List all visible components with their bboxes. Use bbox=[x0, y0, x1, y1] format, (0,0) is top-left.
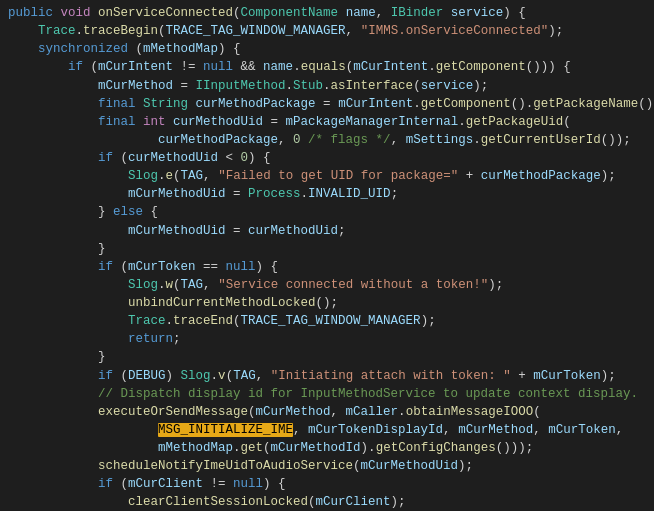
code-line-27: if (mCurClient != null) { bbox=[8, 475, 646, 493]
code-container: public void onServiceConnected(Component… bbox=[0, 0, 654, 511]
code-line-16: Slog.w(TAG, "Service connected without a… bbox=[8, 276, 646, 294]
code-line-10: Slog.e(TAG, "Failed to get UID for packa… bbox=[8, 167, 646, 185]
code-line-23: executeOrSendMessage(mCurMethod, mCaller… bbox=[8, 403, 646, 421]
code-line-19: return; bbox=[8, 330, 646, 348]
code-line-5: mCurMethod = IInputMethod.Stub.asInterfa… bbox=[8, 77, 646, 95]
code-line-21: if (DEBUG) Slog.v(TAG, "Initiating attac… bbox=[8, 367, 646, 385]
code-line-3: synchronized (mMethodMap) { bbox=[8, 40, 646, 58]
code-line-6: final String curMethodPackage = mCurInte… bbox=[8, 95, 646, 113]
code-line-14: } bbox=[8, 240, 646, 258]
code-line-7: final int curMethodUid = mPackageManager… bbox=[8, 113, 646, 131]
code-line-28: clearClientSessionLocked(mCurClient); bbox=[8, 493, 646, 511]
code-line-8: curMethodPackage, 0 /* flags */, mSettin… bbox=[8, 131, 646, 149]
code-line-12: } else { bbox=[8, 203, 646, 221]
highlighted-msg-initialize-ime: MSG_INITIALIZE_IME bbox=[158, 423, 293, 437]
code-line-22: // Dispatch display id for InputMethodSe… bbox=[8, 385, 646, 403]
code-line-1: public void onServiceConnected(Component… bbox=[8, 4, 646, 22]
code-line-9: if (curMethodUid < 0) { bbox=[8, 149, 646, 167]
code-line-15: if (mCurToken == null) { bbox=[8, 258, 646, 276]
code-line-24: MSG_INITIALIZE_IME, mCurTokenDisplayId, … bbox=[8, 421, 646, 439]
code-line-18: Trace.traceEnd(TRACE_TAG_WINDOW_MANAGER)… bbox=[8, 312, 646, 330]
code-line-20: } bbox=[8, 348, 646, 366]
code-line-11: mCurMethodUid = Process.INVALID_UID; bbox=[8, 185, 646, 203]
code-line-4: if (mCurIntent != null && name.equals(mC… bbox=[8, 58, 646, 76]
code-line-26: scheduleNotifyImeUidToAudioService(mCurM… bbox=[8, 457, 646, 475]
code-line-17: unbindCurrentMethodLocked(); bbox=[8, 294, 646, 312]
code-line-13: mCurMethodUid = curMethodUid; bbox=[8, 222, 646, 240]
code-line-2: Trace.traceBegin(TRACE_TAG_WINDOW_MANAGE… bbox=[8, 22, 646, 40]
code-line-25: mMethodMap.get(mCurMethodId).getConfigCh… bbox=[8, 439, 646, 457]
